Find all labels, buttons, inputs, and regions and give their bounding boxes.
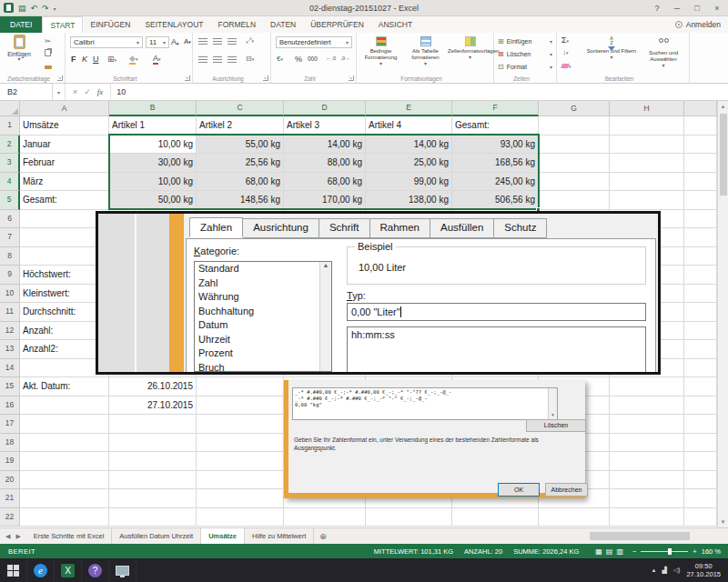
cell-B15[interactable]: 26.10.2015 (109, 377, 197, 396)
help-button[interactable]: ? (648, 1, 666, 15)
row-header-13[interactable]: 13 (0, 340, 20, 359)
cell-A18[interactable] (20, 434, 109, 453)
row-header-9[interactable]: 9 (0, 266, 20, 285)
col-header-partial[interactable] (684, 101, 717, 116)
ribbon-tab-einfügen[interactable]: EINFÜGEN (83, 16, 137, 33)
row-header-19[interactable]: 19 (0, 452, 20, 471)
start-button[interactable] (0, 558, 27, 582)
ribbon-tab-ansicht[interactable]: ANSICHT (371, 16, 420, 33)
cell-H3[interactable] (610, 154, 684, 173)
italic-button[interactable]: K (82, 55, 87, 64)
fill-down-icon[interactable]: ↓▾ (562, 48, 569, 56)
zoom-slider[interactable] (641, 551, 688, 552)
page-layout-view-icon[interactable]: ▤ (606, 547, 613, 556)
type-input[interactable]: 0,00 "Liter" (347, 303, 646, 321)
zoom-out-icon[interactable]: − (632, 547, 636, 556)
cut-icon[interactable]: ✂ (42, 36, 54, 46)
insert-cells-button[interactable]: ⊞ Einfügen ▾ (498, 35, 552, 47)
align-center-icon[interactable] (213, 56, 222, 65)
cell-X16[interactable] (684, 396, 717, 416)
fill-color-icon[interactable]: ◆▾ (129, 54, 137, 65)
cell-E22[interactable] (366, 508, 452, 527)
comma-format-icon[interactable]: 000 (308, 55, 318, 62)
cell-C20[interactable] (197, 471, 284, 490)
ribbon-tab-formeln[interactable]: FORMELN (210, 16, 263, 33)
cell-A2[interactable]: Januar (20, 135, 109, 155)
cell-F4[interactable]: 245,00 kg (452, 173, 539, 192)
restore-button[interactable]: □ (688, 1, 706, 15)
dialog-tab-zahlen[interactable]: Zahlen (189, 217, 243, 237)
select-all-corner[interactable] (0, 101, 20, 116)
format-as-table-button[interactable]: Als Tabelle formatieren ▾ (403, 35, 448, 79)
cell-H5[interactable] (610, 191, 684, 210)
format-cells-button[interactable]: ⊡ Format ▾ (498, 61, 552, 73)
scroll-down-icon[interactable]: ▼ (549, 411, 557, 419)
category-item-datum[interactable]: Datum (195, 318, 331, 333)
font-name-select[interactable]: Calibri▾ (70, 36, 143, 48)
cell-B20[interactable] (109, 471, 197, 490)
zoom-knob[interactable] (668, 548, 672, 555)
cell-C2[interactable]: 55,00 kg (197, 135, 284, 155)
cell-F5[interactable]: 506,56 kg (452, 191, 539, 210)
row-header-16[interactable]: 16 (0, 396, 20, 416)
cell-B3[interactable]: 30,00 kg (109, 154, 197, 173)
col-header-F[interactable]: F (452, 101, 539, 116)
cell-G3[interactable] (539, 154, 610, 173)
cell-C16[interactable] (197, 396, 284, 416)
find-select-button[interactable]: Suchen und Auswählen ▾ (639, 35, 688, 79)
cell-H1[interactable] (610, 116, 684, 135)
number-dialog-launcher[interactable]: ↘ (349, 75, 354, 81)
cell-B17[interactable] (109, 415, 197, 434)
cell-X2[interactable] (684, 135, 717, 155)
taskbar-excel[interactable]: X (55, 558, 82, 582)
cell-B4[interactable]: 10,00 kg (109, 173, 197, 192)
col-header-C[interactable]: C (197, 101, 284, 116)
cell-D3[interactable]: 88,00 kg (284, 154, 366, 173)
cell-C5[interactable]: 148,56 kg (197, 191, 284, 210)
underline-button[interactable]: U (93, 55, 99, 64)
cell-A20[interactable] (20, 471, 109, 490)
cell-H20[interactable] (610, 471, 684, 490)
cell-B21[interactable] (109, 489, 197, 508)
scroll-up-icon[interactable]: ▲ (718, 101, 728, 112)
cell-A21[interactable] (20, 489, 109, 508)
col-header-E[interactable]: E (366, 101, 452, 116)
cell-X22[interactable] (684, 508, 717, 527)
category-scrollbar[interactable]: ▲ (319, 262, 331, 371)
align-left-icon[interactable] (198, 56, 207, 65)
confirm-entry-icon[interactable]: ✓ (84, 87, 91, 96)
formula-input[interactable]: 10 (111, 84, 126, 100)
cell-H22[interactable] (610, 508, 684, 527)
cell-X9[interactable] (684, 266, 717, 285)
zoom-in-icon[interactable]: + (693, 547, 696, 556)
cell-A22[interactable] (20, 508, 109, 527)
sort-filter-button[interactable]: AZ Sortieren und Filtern ▾ (586, 35, 637, 79)
sheet-tab-ausfüllen-datum-uhrzeit[interactable]: Ausfüllen Datum Uhrzeit (112, 528, 201, 544)
cancel-entry-icon[interactable]: × (73, 87, 77, 96)
cell-styles-button[interactable]: Zellenformatvorlagen ▾ (448, 35, 492, 79)
sheet-next-icon[interactable]: ▶ (15, 533, 20, 540)
zoom-level[interactable]: 160 % (702, 547, 721, 556)
currency-format-icon[interactable]: €▾ (277, 55, 283, 63)
sheet-prev-icon[interactable]: ◀ (5, 533, 10, 540)
minimize-button[interactable]: ─ (668, 1, 686, 15)
cell-G4[interactable] (539, 173, 610, 192)
grow-font-icon[interactable]: A▴ (171, 37, 179, 46)
alignment-dialog-launcher[interactable]: ↘ (263, 75, 268, 81)
cell-X3[interactable] (684, 154, 717, 173)
close-button[interactable]: × (708, 1, 726, 15)
tray-expand-icon[interactable]: ▴ (652, 567, 656, 574)
cell-E4[interactable]: 99,00 kg (366, 173, 452, 192)
taskbar-ie[interactable]: e (27, 558, 55, 582)
cell-H16[interactable] (610, 396, 684, 416)
taskbar-clock[interactable]: 09:50 27.10.2015 (686, 562, 721, 578)
cell-D22[interactable] (284, 508, 366, 527)
clipboard-dialog-launcher[interactable]: ↘ (57, 75, 63, 81)
ribbon-tab-überprüfen[interactable]: ÜBERPRÜFEN (303, 16, 371, 33)
ribbon-tab-datei[interactable]: DATEI (0, 16, 42, 33)
sheet-tab-hilfe-zu-mittelwert[interactable]: Hilfe zu Mittelwert (245, 528, 314, 544)
format-item-0[interactable]: _-* #.##0,00 €_-;-* #.##0,00 €_-;_-* "-"… (295, 389, 546, 396)
cell-H18[interactable] (610, 434, 684, 453)
col-header-A[interactable]: A (20, 101, 109, 116)
delete-cells-button[interactable]: ⊠ Löschen ▾ (498, 48, 552, 60)
